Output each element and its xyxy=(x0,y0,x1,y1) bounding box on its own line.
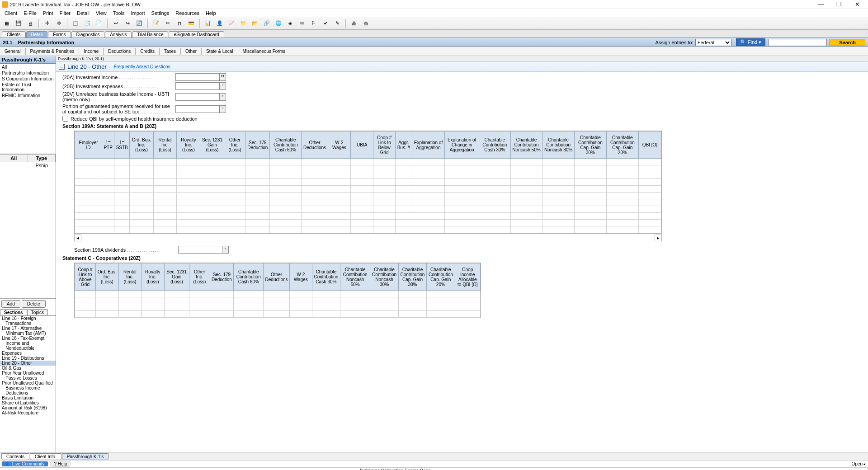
tab-diagnostics[interactable]: Diagnostics xyxy=(71,31,105,38)
table-row[interactable] xyxy=(75,206,661,213)
table-row[interactable] xyxy=(75,304,481,311)
column-header[interactable]: Other Deductions xyxy=(264,263,289,291)
column-header[interactable]: Rental Inc. (Loss) xyxy=(118,263,141,291)
search-input[interactable] xyxy=(768,39,827,46)
column-header[interactable]: Employer ID xyxy=(75,132,102,159)
section-item[interactable]: Line 16 - Foreign Transactions xyxy=(0,316,56,326)
table-row[interactable] xyxy=(75,165,661,172)
minimize-button[interactable]: — xyxy=(812,1,830,8)
tab-clients[interactable]: Clients xyxy=(2,31,26,38)
tab-detail[interactable]: Detail xyxy=(26,31,48,38)
section-item[interactable]: At-Risk Recapture xyxy=(0,410,56,415)
tool-icon[interactable]: 📊 xyxy=(203,19,213,28)
help-button[interactable]: ? Help xyxy=(50,461,71,467)
column-header[interactable]: Charitable Contribution Cap. Gain 20% xyxy=(606,132,638,159)
field-detail-button[interactable]: ▫ xyxy=(222,246,229,254)
table-row[interactable] xyxy=(75,199,661,206)
tab-sections[interactable]: Sections xyxy=(0,309,27,315)
column-header[interactable]: Charitable Contribution Cash 60% xyxy=(234,263,264,291)
menu-tools[interactable]: Tools xyxy=(110,10,127,16)
table-row[interactable] xyxy=(75,186,661,193)
section-item[interactable]: Line 17 - Alternative Minimum Tax (AMT) xyxy=(0,326,56,336)
menu-client[interactable]: Client xyxy=(2,10,20,16)
tool-icon[interactable]: 🔗 xyxy=(262,19,272,28)
tool-icon[interactable]: ↩ xyxy=(111,19,121,28)
live-community-button[interactable]: 👥 Live Community xyxy=(2,461,48,466)
menu-help[interactable]: Help xyxy=(203,10,219,16)
subtab-miscellaneous-forms[interactable]: Miscellaneous Forms xyxy=(238,48,290,55)
stmt-c-table[interactable]: Coop # Link to Above GridOrd. Bus. Inc. … xyxy=(75,263,481,318)
table-row[interactable] xyxy=(75,213,661,220)
add-button[interactable]: Add xyxy=(1,300,20,308)
section-item[interactable]: Prior Unallowed Qualified Business Incom… xyxy=(0,381,56,395)
find-button[interactable]: 🔍 Find ▾ xyxy=(736,38,766,46)
column-header[interactable]: Sec. 179 Deduction xyxy=(245,132,270,159)
bottom-tab[interactable]: Client Info. xyxy=(30,453,61,460)
close-button[interactable]: ✕ xyxy=(848,1,866,8)
column-header[interactable]: Charitable Contribution Cash 30% xyxy=(312,263,340,291)
tool-icon[interactable]: 🔄 xyxy=(134,19,144,28)
assign-select[interactable]: Federal xyxy=(695,39,731,46)
open-button[interactable]: Open xyxy=(852,461,865,466)
subtab-credits[interactable]: Credits xyxy=(136,48,160,55)
table-row[interactable] xyxy=(75,297,481,304)
maximize-button[interactable]: ❐ xyxy=(830,1,848,8)
tool-icon[interactable]: 👤 xyxy=(215,19,225,28)
column-header[interactable]: 1= PTP xyxy=(102,132,114,159)
tool-icon[interactable]: 📄 xyxy=(94,19,104,28)
menu-settings[interactable]: Settings xyxy=(149,10,172,16)
column-header[interactable]: Other Deductions xyxy=(302,132,328,159)
subtab-deductions[interactable]: Deductions xyxy=(104,48,136,55)
menu-detail[interactable]: Detail xyxy=(74,10,92,16)
collapse-icon[interactable]: – xyxy=(59,64,65,70)
column-header[interactable]: Explanation of Aggregation xyxy=(412,132,445,159)
199a-table[interactable]: Employer ID1= PTP1= SSTBOrd. Bus. Inc. (… xyxy=(75,131,661,233)
tool-icon[interactable]: 💳 xyxy=(186,19,196,28)
column-header[interactable]: Aggr. Bus. # xyxy=(396,132,412,159)
col-all[interactable]: All xyxy=(0,155,28,162)
column-header[interactable]: Charitable Contribution Cash 30% xyxy=(479,132,510,159)
column-header[interactable]: Explanation of Change in Aggregation xyxy=(445,132,479,159)
column-header[interactable]: Coop Income Allocable to QBI [O] xyxy=(455,263,480,291)
tool-icon[interactable]: ▦ xyxy=(2,19,12,28)
column-header[interactable]: Ord. Bus. Inc. (Loss) xyxy=(96,263,119,291)
column-header[interactable]: Royalty Inc. (Loss) xyxy=(142,263,165,291)
sidebar-item[interactable]: S Corporation Information xyxy=(0,76,56,82)
save-icon[interactable]: 💾 xyxy=(14,19,24,28)
section-item[interactable]: Line 19 - Distibutions xyxy=(0,356,56,361)
subtab-payments-penalties[interactable]: Payments & Penalties xyxy=(26,48,80,55)
dividends-input[interactable] xyxy=(178,246,222,254)
tool-icon[interactable]: ↪ xyxy=(123,19,132,28)
table-row[interactable] xyxy=(75,172,661,179)
tool-icon[interactable]: 📋 xyxy=(71,19,80,28)
tool-icon[interactable]: ✔ xyxy=(321,19,330,28)
column-header[interactable]: Other Inc. (Loss) xyxy=(189,263,210,291)
tab-analysis[interactable]: Analysis xyxy=(105,31,132,38)
subtab-state-local[interactable]: State & Local xyxy=(202,48,238,55)
table-row[interactable] xyxy=(75,193,661,199)
menu-view[interactable]: View xyxy=(93,10,109,16)
tool-icon[interactable]: 🖶 xyxy=(349,19,359,28)
tool-icon[interactable]: ⚐ xyxy=(309,19,319,28)
column-header[interactable]: UBIA xyxy=(351,132,373,159)
column-header[interactable]: QBI [O] xyxy=(638,132,661,159)
menu-filter[interactable]: Filter xyxy=(57,10,73,16)
tab-topics[interactable]: Topics xyxy=(27,309,48,315)
bottom-tab[interactable]: Passthrough K-1's xyxy=(62,453,108,460)
column-header[interactable]: Rental Inc. (Loss) xyxy=(153,132,177,159)
tab-trial-balance[interactable]: Trial Balance xyxy=(132,31,168,38)
column-header[interactable]: W-2 Wages xyxy=(328,132,350,159)
column-header[interactable]: 1= SSTB xyxy=(114,132,130,159)
tool-icon[interactable]: 📁 xyxy=(238,19,248,28)
delete-button[interactable]: Delete xyxy=(22,300,46,308)
col-type[interactable]: Type xyxy=(28,155,56,162)
field-input[interactable] xyxy=(175,73,220,81)
column-header[interactable]: Sec. 179 Deduction xyxy=(210,263,234,291)
section-item[interactable]: Amount at Risk (6198) xyxy=(0,405,56,410)
column-header[interactable]: Sec. 1231 Gain (Loss) xyxy=(164,263,189,291)
subtab-taxes[interactable]: Taxes xyxy=(160,48,181,55)
menu-resources[interactable]: Resources xyxy=(173,10,202,16)
menu-print[interactable]: Print xyxy=(40,10,56,16)
column-header[interactable]: Royalty Inc. (Loss) xyxy=(177,132,200,159)
faq-link[interactable]: Frequently Asked Questions xyxy=(114,64,170,69)
